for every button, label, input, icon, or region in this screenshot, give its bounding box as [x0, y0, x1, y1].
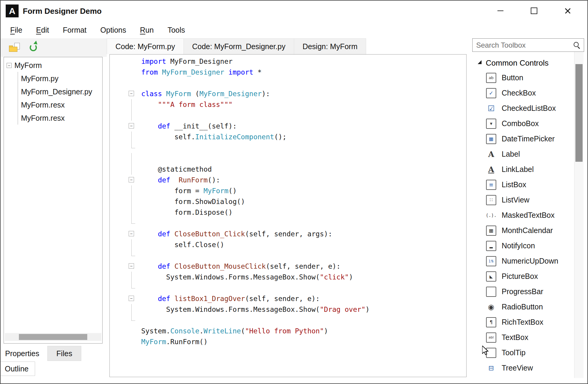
fold-marker-icon[interactable]	[110, 229, 141, 239]
toolbox-item-listview[interactable]: ∷ListView	[472, 192, 574, 208]
button-icon: ab	[486, 73, 496, 83]
code-gutter	[110, 196, 141, 207]
progressbar-icon	[486, 287, 496, 297]
tab-outline[interactable]: Outline	[1, 362, 35, 376]
tree-item-myform-resx[interactable]: MyForm.resx	[18, 111, 102, 125]
menu-item-edit[interactable]: Edit	[29, 22, 56, 38]
editor-tab-code-myform-py[interactable]: Code: MyForm.py	[107, 38, 184, 54]
tree-horizontal-scrollbar[interactable]	[5, 333, 101, 341]
toolbox-item-label: CheckedListBox	[502, 104, 556, 113]
minimize-button[interactable]	[484, 1, 517, 21]
toolbox-item-linklabel[interactable]: ALinkLabel	[472, 162, 574, 177]
fold-marker-icon[interactable]	[110, 121, 141, 131]
toolbox-item-label: TreeView	[502, 364, 533, 372]
scrollbar-thumb[interactable]	[19, 334, 87, 340]
toolbox-item-numericupdown[interactable]: 1⇅NumericUpDown	[472, 253, 574, 269]
code-editor[interactable]: import MyForm_Designerfrom MyForm_Design…	[109, 54, 467, 377]
tree-item-myform-designer-py[interactable]: MyForm_Designer.py	[18, 85, 102, 98]
toolbox-item-listbox[interactable]: ≡ListBox	[472, 177, 574, 192]
search-icon[interactable]	[573, 41, 581, 49]
listview-icon: ∷	[486, 195, 496, 205]
toolbox-item-monthcalendar[interactable]: ▦MonthCalendar	[472, 223, 574, 238]
maximize-button[interactable]	[517, 1, 551, 21]
tree-expander-icon[interactable]: −	[7, 63, 12, 68]
toolbox-item-notifyicon[interactable]: ▂NotifyIcon	[472, 238, 574, 253]
toolbox-item-richtextbox[interactable]: ¶RichTextBox	[472, 315, 574, 330]
toolbox-item-combobox[interactable]: ▾ComboBox	[472, 116, 574, 131]
fold-marker-icon[interactable]	[110, 293, 141, 304]
menu-item-tools[interactable]: Tools	[161, 22, 192, 38]
toolbox-item-checkedlistbox[interactable]: ☑CheckedListBox	[472, 101, 574, 116]
toolbox-search-input[interactable]	[473, 41, 573, 49]
tree-item-myform-resx[interactable]: MyForm.resx	[18, 98, 102, 111]
code-text: self.Close()	[141, 239, 224, 250]
code-gutter	[110, 78, 141, 88]
code-gutter	[110, 131, 141, 142]
code-gutter	[110, 326, 141, 336]
toolbox-section-header[interactable]: Common Controls	[472, 56, 549, 69]
tree-item-myform-py[interactable]: MyForm.py	[18, 72, 102, 85]
code-gutter	[110, 164, 141, 175]
toolbox-item-radiobutton[interactable]: ◉RadioButton	[472, 299, 574, 315]
code-text: def CloseButton_Click(self, sender, args…	[141, 229, 332, 239]
code-line: def RunForm():	[110, 175, 466, 185]
toolbox-item-textbox[interactable]: ablTextBox	[472, 330, 574, 345]
toolbox-scrollbar[interactable]	[574, 52, 584, 378]
code-line: MyForm.RunForm()	[110, 336, 466, 347]
code-gutter	[110, 56, 141, 67]
editor-tab-design-myform[interactable]: Design: MyForm	[294, 38, 366, 54]
combobox-icon: ▾	[486, 119, 496, 129]
picturebox-icon: ◣	[486, 271, 496, 282]
menu-item-run[interactable]: Run	[133, 22, 161, 38]
refresh-button[interactable]	[26, 41, 40, 55]
toolbox-item-treeview[interactable]: ⊟TreeView	[472, 360, 574, 376]
toolbox-list: abButton✓CheckBox☑CheckedListBox▾ComboBo…	[472, 70, 574, 376]
code-text: def CloseButton_MouseClick(self, sender,…	[141, 261, 341, 272]
tab-files[interactable]: Files	[47, 346, 81, 361]
toolbox-item-datetimepicker[interactable]: ▦DateTimePicker	[472, 131, 574, 146]
menu-item-format[interactable]: Format	[56, 22, 93, 38]
menu-bar: FileEditFormatOptionsRunTools	[1, 22, 587, 38]
code-gutter	[110, 250, 141, 261]
toolbox-search	[472, 38, 584, 52]
numericupdown-icon: 1⇅	[486, 256, 496, 266]
maximize-icon	[531, 7, 537, 14]
code-line	[110, 78, 466, 88]
tab-properties[interactable]: Properties	[5, 346, 39, 361]
editor-tab-code-myform-designer-py[interactable]: Code: MyForm_Designer.py	[184, 38, 294, 54]
code-line: def __init__(self):	[110, 121, 466, 131]
toolbox-item-label: Label	[502, 150, 520, 158]
refresh-icon	[28, 43, 38, 52]
notifyicon-icon: ▂	[486, 241, 496, 251]
toolbox-item-progressbar[interactable]: ProgressBar	[472, 284, 574, 299]
fold-marker-icon[interactable]	[110, 261, 141, 272]
scrollbar-thumb[interactable]	[575, 64, 583, 162]
toolbox-item-label: MonthCalendar	[502, 226, 553, 235]
window-title: Form Designer Demo	[23, 1, 102, 22]
fold-marker-icon[interactable]	[110, 175, 141, 185]
code-line: form.ShowDialog()	[110, 196, 466, 207]
tree-item-myform[interactable]: −MyForm	[4, 59, 102, 72]
toolbox-item-label: ListView	[502, 196, 530, 204]
close-button[interactable]	[551, 1, 584, 21]
code-text: System.Console.WriteLine("Hello from Pyt…	[141, 326, 328, 336]
toolbox-item-checkbox[interactable]: ✓CheckBox	[472, 85, 574, 101]
code-text: System.Windows.Forms.MessageBox.Show("Dr…	[141, 304, 370, 315]
code-gutter	[110, 272, 141, 282]
toolbox-item-label[interactable]: ALabel	[472, 146, 574, 162]
code-line: @staticmethod	[110, 164, 466, 175]
maskedtextbox-icon: (.).	[486, 210, 496, 220]
menu-item-options[interactable]: Options	[94, 22, 133, 38]
toolbox-item-maskedtextbox[interactable]: (.).MaskedTextBox	[472, 208, 574, 223]
tree-item-label: MyForm.py	[21, 74, 58, 83]
toolbox-item-button[interactable]: abButton	[472, 70, 574, 85]
window-controls	[484, 1, 584, 21]
menu-item-file[interactable]: File	[3, 22, 29, 38]
treeview-icon: ⊟	[486, 363, 496, 373]
new-item-button[interactable]	[8, 41, 22, 55]
toolbox-section-label: Common Controls	[486, 58, 549, 68]
toolbox-item-picturebox[interactable]: ◣PictureBox	[472, 269, 574, 284]
code-text: form = MyForm()	[141, 185, 237, 196]
code-line	[110, 218, 466, 229]
fold-marker-icon[interactable]	[110, 88, 141, 99]
